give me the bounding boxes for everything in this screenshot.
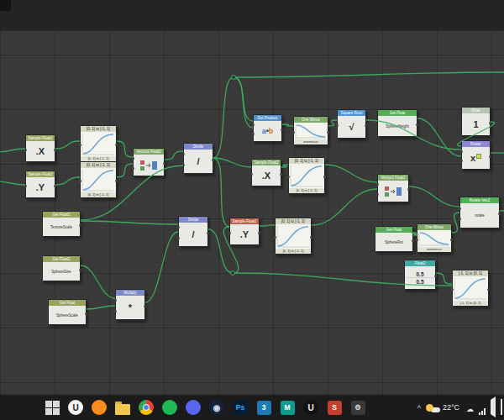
node-one-minus-top[interactable]: One Minus oneminus: [293, 116, 328, 145]
output-port[interactable]: [489, 155, 491, 158]
tray-icons[interactable]: ☁: [466, 400, 502, 415]
output-port[interactable]: [54, 149, 56, 151]
photoshop-icon[interactable]: Ps: [230, 397, 250, 417]
input-port[interactable]: [79, 144, 81, 146]
input-port[interactable]: [182, 164, 185, 166]
input-port[interactable]: [114, 310, 117, 312]
input-port[interactable]: [460, 160, 463, 162]
node-divide-top[interactable]: Divide/: [183, 143, 213, 174]
app-menu-icon[interactable]: [0, 0, 11, 11]
input-port[interactable]: [336, 124, 339, 127]
output-port[interactable]: [79, 269, 81, 271]
unity-hub-icon[interactable]: U: [66, 397, 86, 417]
input-port[interactable]: [132, 157, 134, 160]
input-port[interactable]: [287, 176, 290, 178]
output-port[interactable]: [163, 162, 165, 165]
output-port[interactable]: [144, 305, 146, 307]
output-port[interactable]: [54, 185, 56, 187]
output-port[interactable]: [489, 122, 491, 124]
output-port[interactable]: [450, 239, 453, 241]
input-port[interactable]: [459, 207, 461, 210]
output-port[interactable]: [416, 123, 418, 126]
output-port[interactable]: [207, 232, 209, 234]
input-port[interactable]: [274, 236, 276, 239]
chrome-icon[interactable]: [136, 397, 156, 417]
output-port[interactable]: [85, 312, 87, 315]
input-port[interactable]: [114, 299, 117, 302]
input-port[interactable]: [460, 150, 463, 153]
node-remap-left-top[interactable]: [0, 1] to [-1, 1] [0, 1] to [-1, 1]: [80, 125, 117, 162]
output-port[interactable]: [327, 131, 329, 134]
node-sample-y-left[interactable]: Sample Float2.Y: [25, 171, 55, 198]
node-texture-scale[interactable]: Get Float2TextureScale: [42, 211, 81, 237]
output-port[interactable]: [434, 275, 437, 277]
input-port[interactable]: [376, 193, 379, 196]
input-port[interactable]: [250, 173, 253, 176]
output-port[interactable]: [310, 236, 312, 239]
input-port[interactable]: [177, 237, 180, 239]
input-port[interactable]: [132, 167, 134, 170]
input-port[interactable]: [451, 288, 454, 291]
node-sample-x-mid[interactable]: Sample Float2.X: [251, 159, 281, 186]
node-append-left[interactable]: Vector2 Float2: [133, 148, 165, 176]
node-one-minus-bottom[interactable]: One Minus oneminus: [417, 223, 452, 253]
spotify-icon[interactable]: [160, 397, 180, 417]
output-port[interactable]: [115, 144, 118, 146]
node-float2-half[interactable]: Float20.50.5: [404, 260, 436, 290]
output-port[interactable]: [281, 129, 283, 131]
input-port[interactable]: [177, 226, 180, 228]
settings-icon[interactable]: ⚙: [348, 397, 368, 417]
input-port[interactable]: [24, 185, 27, 187]
input-port[interactable]: [79, 180, 81, 182]
node-remap-mid-bottom[interactable]: [0, 1] to [-1, 1] [0, 1] to [-1, 1]: [275, 218, 312, 255]
output-port[interactable]: [280, 173, 282, 176]
unreal-icon[interactable]: U: [301, 397, 321, 417]
output-port[interactable]: [79, 224, 81, 227]
input-port[interactable]: [459, 218, 461, 220]
output-port[interactable]: [498, 213, 501, 215]
input-port[interactable]: [182, 153, 185, 155]
node-dot-product[interactable]: Dot Producta•b: [253, 114, 282, 142]
start-button[interactable]: [42, 397, 62, 417]
node-remap-mid-top[interactable]: [0, 1] to [-1, 1] [0, 1] to [-1, 1]: [288, 157, 325, 194]
node-power[interactable]: Powerx: [461, 140, 491, 170]
input-port[interactable]: [252, 123, 255, 126]
output-port[interactable]: [115, 180, 118, 182]
discord-icon[interactable]: [183, 397, 203, 417]
weather-widget[interactable]: 22°C: [426, 403, 459, 412]
tray-expand-icon[interactable]: ^: [417, 404, 421, 412]
node-multiply[interactable]: Multiply*: [115, 289, 145, 320]
substance-painter-icon[interactable]: S: [324, 397, 344, 417]
input-port[interactable]: [252, 133, 255, 135]
system-tray[interactable]: ^ 22°C ☁: [417, 395, 502, 420]
onedrive-icon[interactable]: ☁: [466, 400, 474, 415]
output-port[interactable]: [365, 124, 367, 127]
node-sphere-size[interactable]: Get Float2SphereSize: [42, 255, 81, 281]
output-port[interactable]: [412, 239, 414, 242]
node-remap-right[interactable]: [-1, 1] to [0, 1] [-1, 1] to [0, 1]: [452, 270, 489, 307]
steam-icon[interactable]: ◉: [207, 397, 227, 417]
windows-taskbar[interactable]: ^ 22°C ☁ U◉Ps3MUS⚙: [0, 395, 504, 420]
node-sample-x-left[interactable]: Sample Float2.X: [25, 134, 55, 162]
input-port[interactable]: [228, 232, 231, 234]
input-port[interactable]: [416, 239, 418, 241]
firefox-icon[interactable]: [89, 397, 109, 417]
input-port[interactable]: [292, 131, 295, 134]
node-sample-y-mid[interactable]: Sample Float2.Y: [229, 218, 260, 245]
output-port[interactable]: [487, 288, 490, 291]
node-editor-canvas[interactable]: Sample Float2.XSample Float2.Y[0, 1] to …: [0, 0, 504, 420]
node-divide-bottom[interactable]: Divide/: [178, 216, 208, 247]
output-port[interactable]: [407, 188, 410, 191]
node-remap-left-bottom[interactable]: [0, 1] to [-1, 1] [0, 1] to [-1, 1]: [80, 161, 117, 198]
output-port[interactable]: [323, 176, 326, 178]
node-rotate-vec2[interactable]: Rotate Vec2rotate: [459, 197, 500, 228]
input-port[interactable]: [376, 183, 379, 186]
output-port[interactable]: [258, 232, 260, 234]
node-sphere-rotation[interactable]: Get FloatSphereRot: [375, 226, 413, 252]
action-center-icon[interactable]: [501, 400, 502, 415]
file-explorer-icon[interactable]: [113, 397, 133, 417]
3ds-max-icon[interactable]: 3: [254, 397, 274, 417]
maya-icon[interactable]: M: [277, 397, 297, 417]
input-port[interactable]: [24, 149, 27, 151]
output-port[interactable]: [212, 159, 214, 161]
